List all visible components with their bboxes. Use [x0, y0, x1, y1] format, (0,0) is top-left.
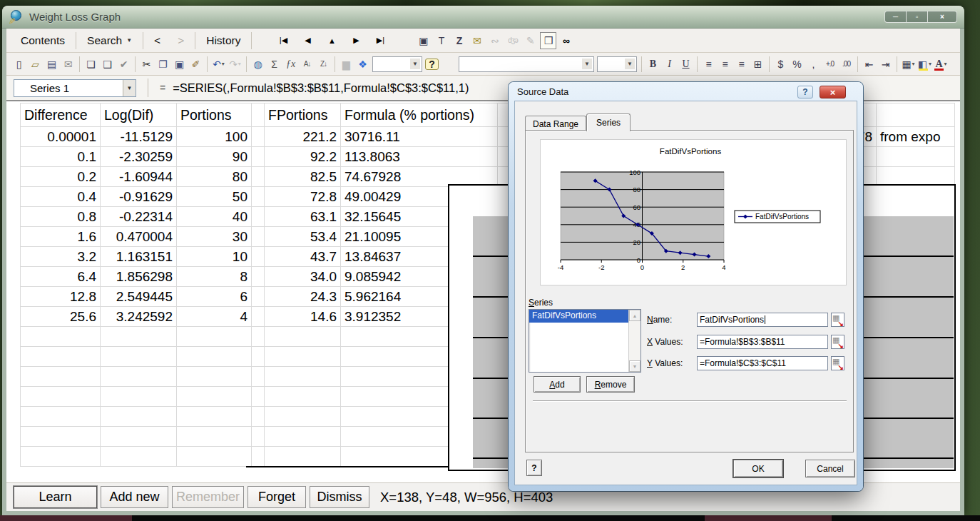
- cell[interactable]: 10: [177, 247, 252, 267]
- font-color-icon[interactable]: A▾: [933, 56, 949, 73]
- cell[interactable]: [101, 407, 177, 427]
- cell[interactable]: 221.2: [265, 127, 341, 147]
- forget-button[interactable]: Forget: [247, 486, 306, 508]
- tab-data-range[interactable]: Data Range: [525, 116, 586, 131]
- menu-item-forward[interactable]: >: [169, 31, 193, 50]
- cell[interactable]: 80: [177, 167, 252, 187]
- cell[interactable]: from expo: [877, 127, 955, 147]
- name-box-value[interactable]: Series 1: [14, 82, 123, 94]
- cell[interactable]: [101, 347, 177, 367]
- spelling-icon[interactable]: ✔: [116, 56, 132, 73]
- cell[interactable]: 50: [177, 187, 252, 207]
- cell[interactable]: [265, 347, 341, 367]
- nav-up-icon[interactable]: ▲: [321, 34, 342, 48]
- cell[interactable]: [177, 387, 252, 407]
- range-picker-button[interactable]: ▦↘: [831, 313, 844, 327]
- y-values-input[interactable]: =Formula!$C$3:$C$11: [697, 356, 828, 370]
- cell[interactable]: [252, 427, 265, 447]
- cell[interactable]: 53.4: [265, 227, 341, 247]
- italic-icon[interactable]: I: [661, 56, 678, 73]
- pen-icon[interactable]: ✎: [522, 32, 539, 49]
- cell[interactable]: 82.5: [265, 167, 341, 187]
- menu-item-contents[interactable]: Contents: [12, 31, 73, 50]
- cell[interactable]: [252, 247, 265, 267]
- nav-next-icon[interactable]: ▶: [345, 33, 367, 48]
- cell[interactable]: [177, 327, 252, 347]
- save-icon[interactable]: ▤: [44, 56, 60, 73]
- range-picker-button[interactable]: ▦↘: [831, 356, 844, 370]
- help-icon[interactable]: ?: [424, 56, 440, 73]
- cell[interactable]: 90: [177, 147, 252, 167]
- remember-button[interactable]: Remember: [172, 486, 244, 508]
- paste-icon[interactable]: ▣: [171, 56, 188, 73]
- currency-icon[interactable]: $: [772, 56, 789, 73]
- borders-icon[interactable]: ▦▾: [900, 56, 917, 73]
- cell[interactable]: [101, 427, 177, 447]
- cell[interactable]: [101, 447, 177, 467]
- cell[interactable]: [252, 447, 265, 467]
- cell[interactable]: [877, 147, 955, 167]
- function-icon[interactable]: ƒx: [282, 56, 299, 73]
- paste-page-icon[interactable]: ▣: [415, 32, 432, 49]
- binoculars-icon[interactable]: ∞: [558, 32, 574, 49]
- cell[interactable]: 0.2: [21, 167, 101, 187]
- copy-icon[interactable]: ❐: [155, 56, 171, 73]
- cell[interactable]: 0.4: [21, 187, 101, 207]
- cell[interactable]: [252, 227, 265, 247]
- nav-first-icon[interactable]: |◀: [272, 33, 294, 48]
- cell[interactable]: [252, 327, 265, 347]
- format-painter-icon[interactable]: ✐: [188, 56, 204, 73]
- cell[interactable]: [252, 167, 265, 187]
- cell[interactable]: -2.30259: [101, 147, 177, 167]
- series-name-input[interactable]: FatDifVsPortions: [697, 313, 828, 327]
- cell[interactable]: [265, 387, 341, 407]
- column-header-cell[interactable]: Portions: [177, 103, 252, 127]
- redo-icon[interactable]: ↷▾: [227, 56, 243, 73]
- cell[interactable]: -0.91629: [101, 187, 177, 207]
- cell[interactable]: [252, 147, 265, 167]
- cell[interactable]: [177, 367, 252, 387]
- merge-center-icon[interactable]: ⊞: [750, 56, 766, 73]
- cell[interactable]: [177, 347, 252, 367]
- cell[interactable]: [21, 427, 101, 447]
- align-center-icon[interactable]: ≡: [717, 56, 733, 73]
- x-values-input[interactable]: =Formula!$B$3:$B$11: [697, 335, 828, 349]
- dialog-context-help-button[interactable]: ?: [526, 460, 542, 476]
- chart-wizard-icon[interactable]: ▆: [338, 56, 354, 73]
- menu-item-search[interactable]: Search▼: [78, 31, 141, 50]
- link-icon[interactable]: ∾: [486, 32, 503, 49]
- decrease-decimal-icon[interactable]: .00: [838, 56, 854, 73]
- nav-previous-icon[interactable]: ◀: [297, 33, 318, 48]
- print-icon[interactable]: ❏: [83, 56, 99, 73]
- print-preview-icon[interactable]: ❑: [99, 56, 116, 73]
- cell[interactable]: [101, 327, 177, 347]
- dismiss-button[interactable]: Dismiss: [310, 486, 369, 508]
- dialog-title-bar[interactable]: Source Data ? ×: [509, 82, 863, 101]
- column-header-cell[interactable]: Log(Dif): [101, 103, 177, 127]
- cell[interactable]: 113.8063: [341, 147, 498, 167]
- cell[interactable]: [101, 387, 177, 407]
- cell[interactable]: 14.6: [265, 307, 341, 327]
- dialog-close-button[interactable]: ×: [820, 86, 846, 98]
- cell[interactable]: [265, 447, 341, 467]
- cell[interactable]: [265, 327, 341, 347]
- cell[interactable]: 6: [177, 287, 252, 307]
- title-bar[interactable]: ✎ Weight Loss Graph ─ ▫ ×: [2, 6, 964, 29]
- cell[interactable]: 24.3: [265, 287, 341, 307]
- menu-item-back[interactable]: <: [146, 31, 169, 50]
- new-document-icon[interactable]: ▯: [11, 56, 27, 73]
- bold-icon[interactable]: B: [645, 56, 661, 73]
- cut-icon[interactable]: ✂: [138, 56, 155, 73]
- cell[interactable]: [252, 187, 265, 207]
- increase-indent-icon[interactable]: ⇥: [877, 56, 894, 73]
- cancel-button[interactable]: Cancel: [805, 460, 855, 477]
- cell[interactable]: 92.2: [265, 147, 341, 167]
- name-box[interactable]: Series 1 ▼: [14, 79, 136, 97]
- cell[interactable]: 0.8: [21, 207, 101, 227]
- underline-icon[interactable]: U: [678, 56, 694, 73]
- ok-button[interactable]: OK: [733, 460, 783, 477]
- formula-input[interactable]: =SERIES(,Formula!$B$3:$B$11,Formula!$C$3…: [173, 81, 469, 95]
- cell[interactable]: [252, 387, 265, 407]
- align-left-icon[interactable]: ≡: [700, 56, 717, 73]
- cell[interactable]: 0.1: [21, 147, 101, 167]
